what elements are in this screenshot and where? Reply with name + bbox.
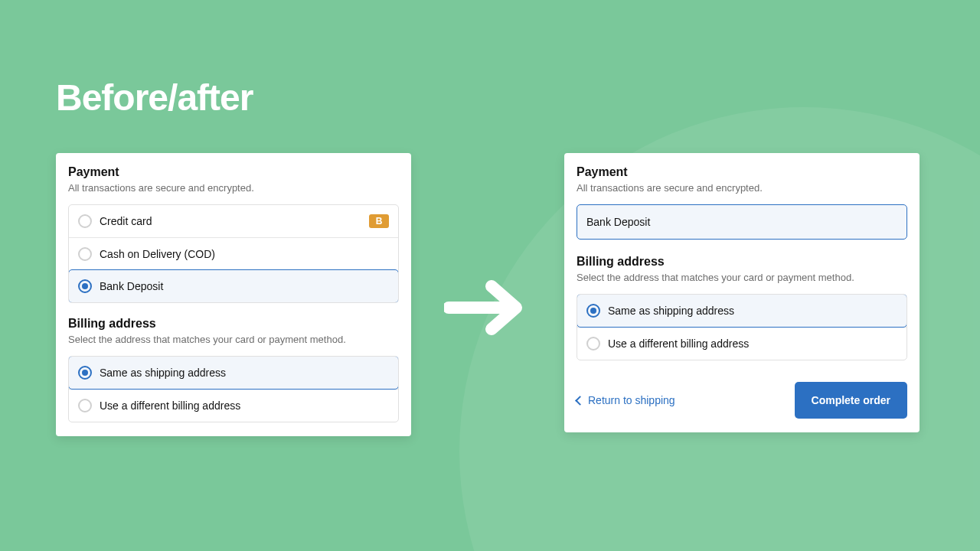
billing-options: Same as shipping address Use a different…: [577, 294, 907, 360]
billing-option-same[interactable]: Same as shipping address: [68, 356, 399, 390]
payment-option-cod[interactable]: Cash on Delivery (COD): [69, 237, 398, 270]
radio-icon: [78, 366, 92, 380]
payment-option-bank-deposit[interactable]: Bank Deposit: [68, 269, 399, 303]
billing-option-label: Same as shipping address: [608, 305, 734, 317]
page-title: Before/after: [56, 77, 253, 119]
chevron-left-icon: [575, 396, 585, 406]
payment-option-label: Credit card: [100, 215, 152, 227]
footer: Return to shipping Complete order: [577, 382, 907, 419]
payment-title: Payment: [68, 165, 399, 179]
payment-subtitle: All transactions are secure and encrypte…: [68, 182, 399, 194]
payment-options: Credit card B Cash on Delivery (COD) Ban…: [68, 204, 399, 303]
radio-icon: [78, 399, 92, 412]
radio-icon: [586, 337, 600, 350]
arrow-right-icon: [444, 277, 528, 341]
billing-option-different[interactable]: Use a different billing address: [577, 327, 906, 360]
return-to-shipping-link[interactable]: Return to shipping: [577, 394, 675, 406]
radio-icon: [78, 279, 92, 293]
radio-icon: [78, 214, 92, 228]
before-card: Payment All transactions are secure and …: [56, 153, 411, 436]
payment-subtitle: All transactions are secure and encrypte…: [577, 182, 907, 194]
billing-subtitle: Select the address that matches your car…: [68, 334, 399, 345]
billing-subtitle: Select the address that matches your car…: [577, 272, 907, 283]
after-card: Payment All transactions are secure and …: [564, 153, 920, 432]
radio-icon: [78, 247, 92, 261]
billing-option-label: Use a different billing address: [608, 337, 749, 350]
billing-option-different[interactable]: Use a different billing address: [69, 389, 398, 422]
card-badge-icon: B: [369, 214, 389, 228]
payment-option-label: Cash on Delivery (COD): [100, 248, 215, 260]
payment-title: Payment: [577, 165, 907, 179]
billing-option-label: Same as shipping address: [100, 367, 226, 379]
radio-icon: [586, 304, 600, 318]
billing-options: Same as shipping address Use a different…: [68, 356, 399, 422]
complete-order-button[interactable]: Complete order: [795, 382, 907, 419]
return-link-label: Return to shipping: [588, 394, 675, 406]
payment-option-credit-card[interactable]: Credit card B: [69, 205, 398, 237]
billing-option-label: Use a different billing address: [100, 399, 240, 412]
billing-option-same[interactable]: Same as shipping address: [577, 294, 907, 328]
payment-selected-label: Bank Deposit: [586, 216, 650, 228]
payment-option-label: Bank Deposit: [100, 280, 163, 292]
billing-title: Billing address: [577, 255, 907, 269]
billing-title: Billing address: [68, 317, 399, 331]
payment-selected-panel[interactable]: Bank Deposit: [577, 204, 907, 240]
